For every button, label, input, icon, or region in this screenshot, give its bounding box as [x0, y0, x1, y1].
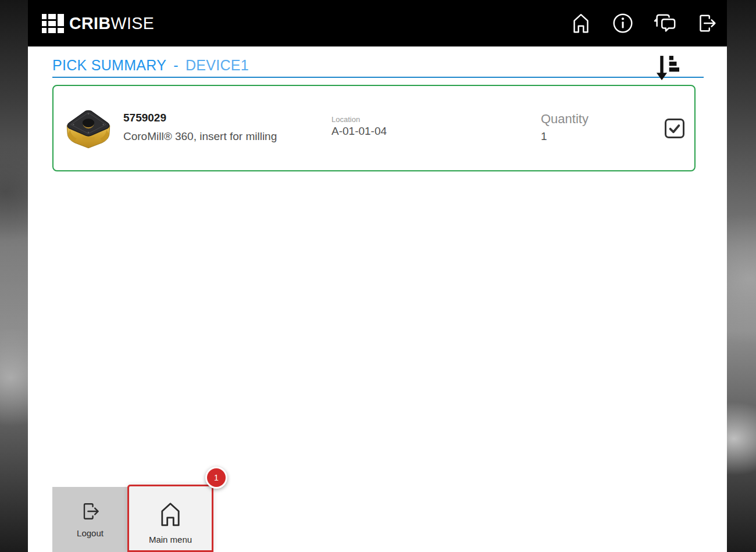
location-label: Location: [331, 115, 360, 124]
main-menu-home-icon: [155, 499, 186, 529]
sort-descending-icon[interactable]: [656, 54, 679, 82]
top-bar: CRIB WISE: [28, 0, 727, 46]
page-title-text: PICK SUMMARY: [52, 57, 166, 74]
feedback-icon[interactable]: [652, 11, 677, 35]
main-menu-label: Main menu: [149, 535, 192, 544]
brand-name-bold: CRIB: [69, 13, 111, 33]
home-icon[interactable]: [569, 11, 593, 35]
info-icon[interactable]: [611, 11, 635, 35]
item-description: CoroMill® 360, insert for milling: [123, 130, 277, 143]
main-menu-button[interactable]: Main menu: [127, 485, 213, 552]
logout-label: Logout: [77, 528, 104, 538]
logout-button[interactable]: Logout: [52, 487, 128, 552]
page-title-separator: -: [173, 57, 179, 74]
page-title: PICK SUMMARY - DEVICE1: [52, 57, 249, 74]
item-number: 5759029: [123, 112, 166, 124]
device-name: DEVICE1: [186, 57, 249, 74]
cribwise-logo: CRIB WISE: [42, 12, 159, 34]
checkmark-icon: [666, 120, 683, 137]
title-underline: [52, 77, 704, 78]
pick-item-card[interactable]: 5759029 CoroMill® 360, insert for millin…: [52, 85, 696, 171]
app-frame: CRIB WISE: [28, 0, 727, 552]
header-actions: [569, 11, 719, 35]
brand-name-light: WISE: [111, 13, 155, 33]
exit-icon[interactable]: [694, 11, 719, 35]
location-value: A-01-01-04: [331, 125, 387, 138]
quantity-label: Quantity: [541, 112, 589, 127]
item-checkbox[interactable]: [665, 119, 684, 138]
brand-name: CRIB WISE: [69, 13, 154, 33]
quantity-value: 1: [541, 130, 547, 143]
logout-icon: [79, 500, 102, 523]
cribwise-grid-icon: [42, 12, 64, 34]
main-content: PICK SUMMARY - DEVICE1: [28, 46, 727, 552]
notification-badge[interactable]: 1: [205, 467, 227, 489]
milling-insert-image: [62, 103, 115, 156]
